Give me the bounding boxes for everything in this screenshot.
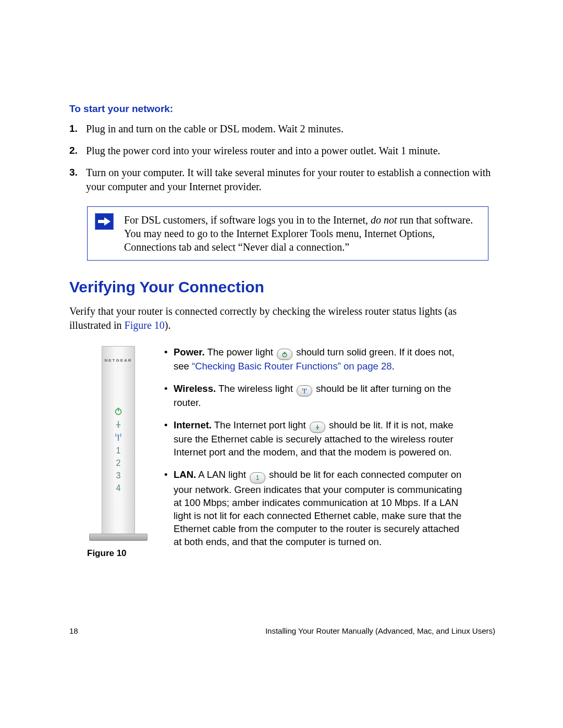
- bullet-internet: Internet. The Internet port light should…: [164, 419, 467, 459]
- figure-caption: Figure 10: [87, 548, 150, 559]
- step-item: Plug in and turn on the cable or DSL mod…: [69, 122, 495, 136]
- bullet-label: Wireless.: [174, 383, 216, 394]
- step-item: Plug the power cord into your wireless r…: [69, 144, 495, 158]
- svg-point-2: [117, 426, 119, 427]
- power-icon: [102, 407, 134, 417]
- router-brand-label: NETGEAR: [102, 358, 134, 363]
- svg-point-5: [117, 434, 119, 436]
- router-illustration: NETGEAR 1 2 3 4: [96, 346, 140, 541]
- bullet-label: Power.: [174, 347, 205, 357]
- internet-icon: [102, 420, 134, 430]
- lan-led-2: 2: [102, 459, 134, 468]
- status-light-list: Power. The power light should turn solid…: [164, 346, 467, 558]
- document-page: To start your network: Plug in and turn …: [0, 0, 563, 728]
- wireless-light-icon: [297, 385, 312, 397]
- power-light-icon: [277, 349, 292, 360]
- internet-light-icon: [310, 422, 325, 433]
- start-network-steps: Plug in and turn on the cable or DSL mod…: [69, 122, 495, 194]
- bullet-wireless: Wireless. The wireless light should be l…: [164, 382, 467, 410]
- router-leds: 1 2 3 4: [102, 404, 134, 496]
- svg-point-9: [304, 389, 305, 390]
- arrow-right-icon: [95, 213, 114, 230]
- chapter-title: Installing Your Router Manually (Advance…: [265, 626, 495, 635]
- svg-point-10: [317, 428, 318, 429]
- callout-pre: For DSL customers, if software logs you …: [124, 214, 371, 226]
- bullet-label: LAN.: [174, 469, 196, 480]
- section-intro: Verify that your router is connected cor…: [69, 304, 495, 332]
- verify-block: NETGEAR 1 2 3 4: [87, 346, 495, 559]
- section-title: Verifying Your Connection: [69, 278, 495, 296]
- start-network-heading: To start your network:: [69, 103, 495, 115]
- dsl-note-callout: For DSL customers, if software logs you …: [87, 206, 488, 261]
- page-footer: 18 Installing Your Router Manually (Adva…: [69, 626, 495, 635]
- wireless-icon: [102, 433, 134, 443]
- lan-led-4: 4: [102, 484, 134, 493]
- lan-light-icon: 1: [250, 472, 265, 484]
- callout-text: For DSL customers, if software logs you …: [124, 213, 475, 254]
- bullet-label: Internet.: [174, 419, 212, 430]
- figure-link[interactable]: Figure 10: [125, 319, 165, 331]
- page-number: 18: [69, 626, 78, 635]
- lan-led-3: 3: [102, 471, 134, 480]
- checking-functions-link[interactable]: “Checking Basic Router Functions” on pag…: [192, 361, 392, 372]
- bullet-lan: LAN. A LAN light 1 should be lit for eac…: [164, 468, 467, 549]
- lan-led-1: 1: [102, 446, 134, 455]
- router-figure: NETGEAR 1 2 3 4: [87, 346, 150, 559]
- callout-emphasis: do not: [371, 214, 397, 226]
- step-item: Turn on your computer. It will take seve…: [69, 166, 495, 194]
- intro-post: ).: [165, 319, 171, 331]
- bullet-power: Power. The power light should turn solid…: [164, 346, 467, 373]
